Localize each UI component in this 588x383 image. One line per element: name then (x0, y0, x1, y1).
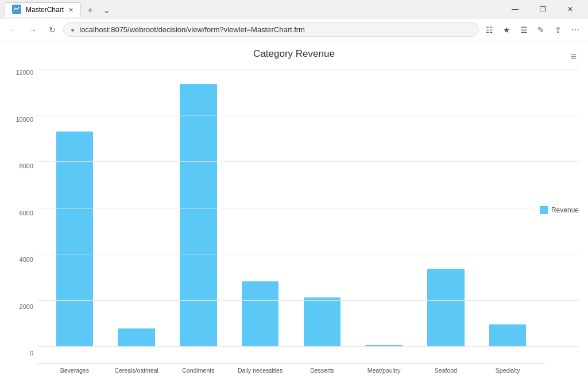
chart-bar[interactable] (56, 131, 94, 346)
x-axis-label: Seafood (415, 364, 477, 374)
favorites-icon[interactable]: ★ (498, 22, 514, 38)
y-axis-label: 0 (30, 350, 33, 357)
lock-icon: ● (71, 26, 75, 34)
titlebar: MasterChart ✕ + ⌄ — ❐ ✕ (0, 0, 588, 18)
grid-line (38, 346, 579, 347)
legend-label: Revenue (551, 206, 579, 214)
grid-line (38, 161, 579, 162)
notes-icon[interactable]: ✎ (533, 22, 549, 38)
chart-bar[interactable] (304, 297, 341, 346)
x-axis-label: Specialty (477, 364, 539, 374)
x-axis-label: Condiments (168, 364, 230, 374)
y-axis: 120001000080006000400020000 (9, 69, 38, 374)
address-input[interactable] (79, 25, 471, 34)
chart-menu-icon[interactable]: ≡ (568, 48, 579, 65)
chart-bar[interactable] (180, 84, 217, 346)
y-axis-label: 4000 (20, 256, 33, 263)
address-bar: ← → ↻ ● ☷ ★ ☰ ✎ ⇧ ⋯ (0, 18, 588, 41)
refresh-button[interactable]: ↻ (44, 21, 61, 38)
back-button[interactable]: ← (5, 21, 22, 38)
browser-actions: ☷ ★ ☰ ✎ ⇧ ⋯ (481, 22, 583, 38)
x-labels: BeveragesCereals/oatmealCondimentsDaily … (38, 364, 544, 374)
tab-list-button[interactable]: ⌄ (99, 3, 113, 17)
chart-bar[interactable] (242, 281, 279, 346)
chart-body: 120001000080006000400020000 BeveragesCer… (9, 69, 579, 374)
grid-line (38, 254, 579, 254)
tab-close-button[interactable]: ✕ (68, 6, 74, 14)
y-axis-label: 10000 (16, 116, 33, 123)
chart-container: Category Revenue ≡ 120001000080006000400… (9, 48, 579, 376)
grid-line (38, 300, 579, 301)
legend-color-swatch (540, 206, 548, 214)
grid-line (38, 69, 579, 69)
y-axis-label: 12000 (16, 69, 33, 76)
close-button[interactable]: ✕ (557, 0, 583, 18)
x-axis-label: Beverages (44, 364, 106, 374)
y-axis-label: 6000 (20, 210, 33, 216)
y-axis-label: 8000 (20, 163, 33, 169)
minimize-button[interactable]: — (502, 0, 528, 18)
share-icon[interactable]: ⇧ (550, 22, 566, 38)
x-axis-label: Cereals/oatmeal (106, 364, 168, 374)
hub-icon[interactable]: ☰ (516, 22, 532, 38)
x-axis-label: Desserts (291, 364, 353, 374)
chart-plot: BeveragesCereals/oatmealCondimentsDaily … (38, 69, 579, 374)
y-axis-label: 2000 (20, 303, 33, 310)
reading-view-icon[interactable]: ☷ (481, 22, 497, 38)
tab-bar: MasterChart ✕ + ⌄ (5, 1, 113, 17)
chart-bar[interactable] (427, 269, 465, 346)
grid-lines (38, 69, 579, 346)
maximize-button[interactable]: ❐ (529, 0, 556, 18)
chart-bar[interactable] (489, 324, 527, 346)
chart-bar[interactable] (118, 328, 155, 346)
active-tab[interactable]: MasterChart ✕ (5, 2, 81, 17)
grid-line (38, 115, 579, 115)
window-controls: — ❐ ✕ (502, 0, 583, 18)
chart-title: Category Revenue (9, 48, 579, 60)
content-area: Category Revenue ≡ 120001000080006000400… (0, 41, 588, 383)
window-icon (12, 5, 21, 16)
new-tab-button[interactable]: + (83, 3, 97, 17)
forward-button[interactable]: → (24, 21, 41, 38)
grid-line (38, 208, 579, 208)
x-axis-label: Meat/poultry (353, 364, 415, 374)
tab-title: MasterChart (26, 6, 64, 14)
address-input-wrap[interactable]: ● (63, 22, 479, 37)
titlebar-left: MasterChart ✕ + ⌄ (5, 1, 502, 17)
chart-legend: Revenue (540, 206, 579, 214)
more-icon[interactable]: ⋯ (567, 22, 583, 38)
x-axis-label: Daily necessities (229, 364, 291, 374)
